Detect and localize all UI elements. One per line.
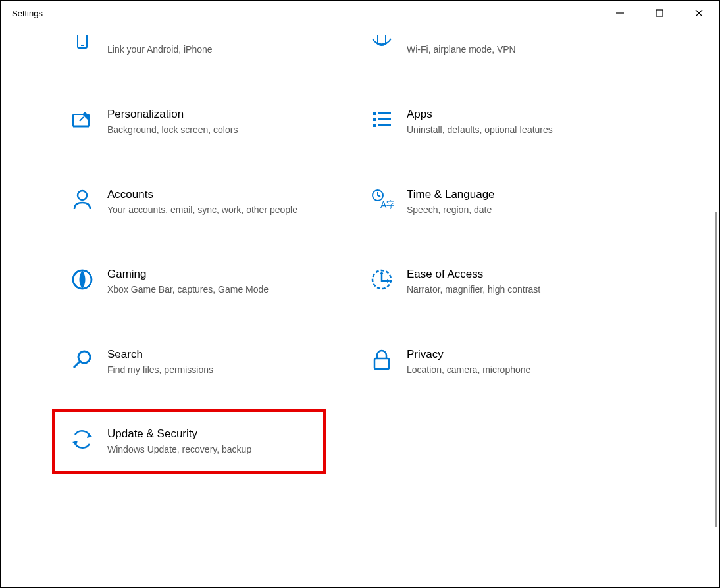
- tile-title: Personalization: [107, 108, 238, 121]
- tile-accounts[interactable]: Accounts Your accounts, email, sync, wor…: [64, 182, 314, 222]
- personalization-icon: [69, 107, 95, 133]
- minimize-button[interactable]: [600, 1, 640, 25]
- svg-point-17: [78, 191, 87, 200]
- maximize-icon: [655, 9, 664, 18]
- tile-title: Ease of Access: [407, 268, 540, 281]
- tile-phone[interactable]: Link your Android, iPhone: [64, 25, 314, 62]
- svg-rect-27: [374, 358, 389, 369]
- phone-icon: [69, 30, 95, 57]
- tile-title: Privacy: [407, 348, 530, 361]
- tile-title: Apps: [407, 108, 553, 121]
- tile-desc: Background, lock screen, colors: [107, 124, 238, 137]
- tile-desc: Location, camera, microphone: [407, 364, 530, 377]
- tile-desc: Link your Android, iPhone: [107, 43, 213, 57]
- titlebar: Settings: [1, 1, 719, 25]
- tile-search[interactable]: Search Find my files, permissions: [64, 341, 314, 382]
- tile-update-security[interactable]: Update & Security Windows Update, recove…: [64, 421, 314, 462]
- svg-point-25: [78, 351, 90, 363]
- accounts-icon: [69, 187, 95, 213]
- privacy-icon: [369, 347, 395, 373]
- tile-network[interactable]: Wi-Fi, airplane mode, VPN: [363, 25, 613, 62]
- tile-time-language[interactable]: A字 Time & Language Speech, region, date: [363, 182, 613, 222]
- svg-marker-24: [380, 271, 384, 274]
- svg-line-10: [80, 117, 84, 121]
- tile-privacy[interactable]: Privacy Location, camera, microphone: [363, 341, 613, 382]
- tile-apps[interactable]: Apps Uninstall, defaults, optional featu…: [363, 101, 613, 142]
- tile-gaming[interactable]: Gaming Xbox Game Bar, captures, Game Mod…: [64, 261, 314, 302]
- svg-rect-1: [656, 10, 663, 16]
- close-button[interactable]: [679, 1, 719, 25]
- svg-rect-16: [378, 124, 391, 126]
- tile-title: Time & Language: [407, 188, 495, 201]
- tile-ease-of-access[interactable]: Ease of Access Narrator, magnifier, high…: [363, 261, 613, 302]
- maximize-button[interactable]: [640, 1, 679, 25]
- update-icon: [69, 426, 95, 453]
- tile-desc: Wi-Fi, airplane mode, VPN: [407, 43, 516, 57]
- window-title: Settings: [12, 9, 43, 18]
- tile-desc: Your accounts, email, sync, work, other …: [107, 204, 297, 217]
- tile-desc: Find my files, permissions: [107, 364, 213, 377]
- tile-title: Gaming: [107, 268, 269, 281]
- tile-desc: Narrator, magnifier, high contrast: [407, 283, 540, 297]
- svg-text:A字: A字: [380, 199, 394, 210]
- svg-rect-11: [373, 112, 376, 115]
- globe-icon: [369, 30, 395, 57]
- tile-desc: Speech, region, date: [407, 204, 495, 217]
- tile-title: Search: [107, 348, 213, 361]
- svg-rect-13: [373, 124, 376, 127]
- window-controls: [600, 1, 719, 25]
- search-icon: [69, 347, 95, 373]
- time-language-icon: A字: [369, 187, 395, 213]
- settings-grid: Link your Android, iPhone Wi-Fi, airplan…: [64, 25, 656, 462]
- svg-rect-12: [373, 118, 376, 121]
- tile-personalization[interactable]: Personalization Background, lock screen,…: [64, 101, 314, 142]
- tile-title: Accounts: [107, 188, 297, 201]
- tile-title: Update & Security: [107, 428, 251, 441]
- tile-desc: Uninstall, defaults, optional features: [407, 124, 553, 137]
- settings-content: Link your Android, iPhone Wi-Fi, airplan…: [1, 25, 719, 462]
- scrollbar[interactable]: [715, 212, 717, 527]
- close-icon: [694, 9, 704, 18]
- tile-desc: Xbox Game Bar, captures, Game Mode: [107, 283, 269, 297]
- svg-rect-15: [378, 118, 391, 120]
- tile-desc: Windows Update, recovery, backup: [107, 443, 251, 456]
- ease-of-access-icon: [369, 266, 395, 293]
- minimize-icon: [615, 9, 625, 18]
- apps-icon: [369, 107, 395, 133]
- svg-line-26: [74, 362, 80, 368]
- gaming-icon: [69, 266, 95, 293]
- svg-rect-14: [378, 112, 391, 114]
